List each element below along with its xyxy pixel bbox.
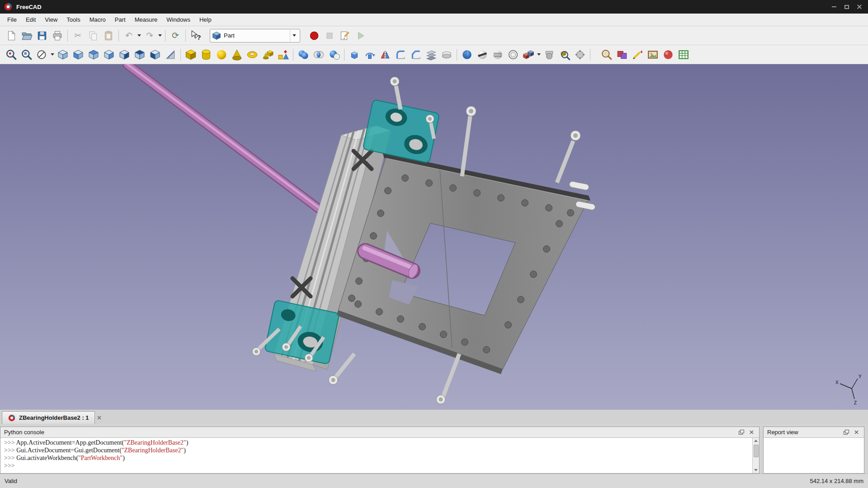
macro-execute-icon[interactable] [353,28,368,43]
menu-view[interactable]: View [40,14,62,25]
python-console-title: Python console [4,429,736,436]
fit-selection-icon[interactable] [19,47,34,62]
view-rear-icon[interactable] [117,47,132,62]
report-view-body[interactable] [764,438,864,473]
view-top-icon[interactable] [86,47,101,62]
draw-style-menu-icon[interactable] [50,47,55,62]
part-check-geometry-icon[interactable] [557,47,572,62]
part-revolve-icon[interactable] [362,47,377,62]
material-icon[interactable] [660,47,676,62]
workbench-dropdown-icon[interactable] [290,30,298,42]
part-common-icon[interactable] [311,47,326,62]
view-bottom-icon[interactable] [132,47,147,62]
document-tab[interactable]: ZBearingHolderBase2 : 1 [2,411,95,424]
fit-all-icon[interactable] [4,47,19,62]
part-fuse-icon[interactable] [296,47,311,62]
open-document-icon[interactable] [19,28,34,43]
refresh-icon[interactable]: ⟳ [168,28,183,43]
float-panel-button[interactable] [737,428,745,436]
image-plane-icon[interactable] [645,47,660,62]
console-input-line[interactable]: >>> [4,462,755,469]
redo-menu-icon[interactable] [157,28,163,43]
part-cone-icon[interactable] [229,47,245,62]
menu-help[interactable]: Help [195,14,216,25]
part-boolean-icon[interactable] [459,47,475,62]
edit-appearance-icon[interactable] [599,47,614,62]
view-front-icon[interactable] [71,47,86,62]
python-console-body[interactable]: >>> App.ActiveDocument=App.getDocument("… [0,438,759,473]
part-torus-icon[interactable] [245,47,260,62]
paste-icon[interactable] [101,28,116,43]
macro-edit-icon[interactable] [337,28,353,43]
menu-file[interactable]: File [3,14,21,25]
part-sphere-icon[interactable] [214,47,229,62]
part-shapebuilder-icon[interactable] [275,47,291,62]
measure-linear-icon[interactable] [163,47,178,62]
menu-bar: File Edit View Tools Macro Part Measure … [0,14,868,26]
scrollbar-thumb[interactable] [754,445,759,457]
scroll-up-icon[interactable] [753,438,759,444]
report-view-title: Report view [767,429,840,436]
part-refine-shape-icon[interactable] [572,47,588,62]
menu-tools[interactable]: Tools [62,14,85,25]
menu-measure[interactable]: Measure [130,14,162,25]
annotation-icon[interactable] [630,47,645,62]
close-panel-button[interactable] [747,428,755,436]
close-button[interactable] [854,3,864,11]
draw-style-icon[interactable] [34,47,50,62]
copy-icon[interactable] [85,28,101,43]
3d-viewport[interactable]: X Y Z [0,64,868,409]
scroll-down-icon[interactable] [753,467,759,473]
print-icon[interactable] [50,28,65,43]
part-defeaturing-icon[interactable] [542,47,557,62]
part-primitives-icon[interactable] [260,47,275,62]
part-offset-2d-icon[interactable] [505,47,521,62]
part-cut-icon[interactable] [326,47,342,62]
part-fillet-icon[interactable] [393,47,408,62]
face-colors-icon[interactable] [614,47,630,62]
close-icon [854,430,859,434]
macro-record-icon[interactable] [307,28,322,43]
close-icon [750,430,754,434]
python-console-header[interactable]: Python console [0,427,759,438]
report-view-header[interactable]: Report view [764,427,864,438]
view-left-icon[interactable] [147,47,163,62]
part-cylinder-icon[interactable] [198,47,214,62]
menu-part[interactable]: Part [110,14,130,25]
part-extrude-icon[interactable] [347,47,362,62]
console-scrollbar[interactable] [752,438,759,473]
part-cross-sections-icon[interactable] [490,47,505,62]
menu-macro[interactable]: Macro [85,14,110,25]
close-panel-button[interactable] [852,428,860,436]
undo-menu-icon[interactable] [137,28,142,43]
undo-icon[interactable]: ↶ [121,28,137,43]
workbench-selector[interactable]: Part [210,29,300,42]
part-compound-icon[interactable] [521,47,536,62]
float-panel-button[interactable] [842,428,850,436]
part-ruled-surface-icon[interactable] [424,47,439,62]
part-mirror-icon[interactable] [377,47,393,62]
part-section-icon[interactable] [475,47,490,62]
part-chamfer-icon[interactable] [408,47,424,62]
spreadsheet-icon[interactable] [676,47,691,62]
save-document-icon[interactable] [34,28,50,43]
part-compound-menu-icon[interactable] [536,47,542,62]
toolbar-file: ✂ ↶ ↷ ⟳ ? Part [0,26,868,45]
menu-edit[interactable]: Edit [21,14,40,25]
part-box-icon[interactable] [183,47,198,62]
axis-x-label: X [835,380,839,385]
maximize-button[interactable] [842,3,852,11]
whats-this-icon[interactable]: ? [188,28,203,43]
view-right-icon[interactable] [101,47,117,62]
3d-view-canvas[interactable]: X Y Z [0,64,868,409]
tab-close-button[interactable] [95,411,104,424]
part-offset-icon[interactable] [439,47,454,62]
minimize-button[interactable] [829,3,839,11]
redo-icon[interactable]: ↷ [142,28,157,43]
macro-stop-icon[interactable] [322,28,337,43]
document-tab-label: ZBearingHolderBase2 : 1 [19,414,89,421]
view-isometric-icon[interactable] [55,47,71,62]
menu-windows[interactable]: Windows [162,14,195,25]
cut-icon[interactable]: ✂ [70,28,85,43]
new-document-icon[interactable] [4,28,19,43]
